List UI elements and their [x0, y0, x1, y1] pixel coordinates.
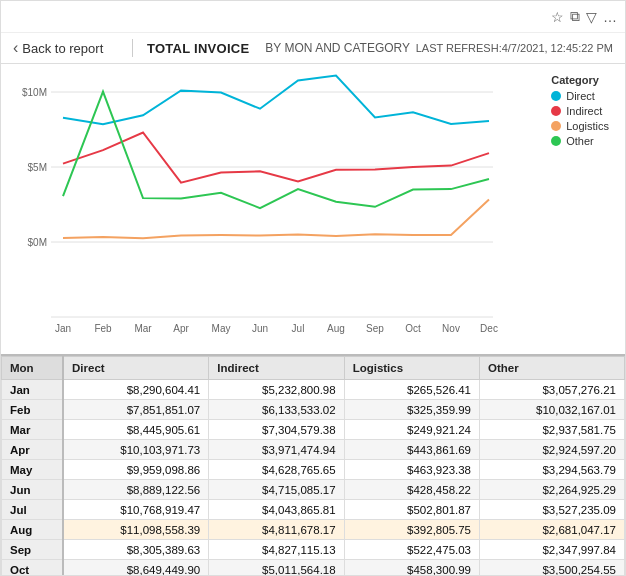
cell-3-0: Apr [2, 440, 64, 460]
page-subtitle: BY MON AND CATEGORY [263, 41, 410, 55]
cell-0-4: $3,057,276.21 [480, 380, 625, 400]
cell-7-0: Aug [2, 520, 64, 540]
cell-0-1: $8,290,604.41 [63, 380, 209, 400]
chart-legend: Category Direct Indirect Logistics Other [551, 74, 609, 150]
header: ‹ Back to report TOTAL INVOICE BY MON AN… [1, 33, 625, 64]
cell-2-3: $249,921.24 [344, 420, 479, 440]
cell-3-2: $3,971,474.94 [209, 440, 344, 460]
cell-5-0: Jun [2, 480, 64, 500]
bookmark-icon[interactable]: ☆ [551, 9, 564, 25]
cell-9-2: $5,011,564.18 [209, 560, 344, 576]
table-row: Mar$8,445,905.61$7,304,579.38$249,921.24… [2, 420, 625, 440]
data-table: Mon Direct Indirect Logistics Other Jan$… [1, 356, 625, 575]
cell-1-2: $6,133,533.02 [209, 400, 344, 420]
col-header-other: Other [480, 357, 625, 380]
col-header-logistics: Logistics [344, 357, 479, 380]
cell-9-0: Oct [2, 560, 64, 576]
table-row: Oct$8,649,449.90$5,011,564.18$458,300.99… [2, 560, 625, 576]
direct-color-dot [551, 91, 561, 101]
svg-text:Jan: Jan [55, 323, 71, 334]
back-button[interactable]: ‹ Back to report [13, 39, 133, 57]
svg-text:May: May [212, 323, 231, 334]
cell-4-2: $4,628,765.65 [209, 460, 344, 480]
filter-icon[interactable]: ▽ [586, 9, 597, 25]
table-row: Apr$10,103,971.73$3,971,474.94$443,861.6… [2, 440, 625, 460]
cell-3-3: $443,861.69 [344, 440, 479, 460]
svg-text:Feb: Feb [94, 323, 112, 334]
cell-7-3: $392,805.75 [344, 520, 479, 540]
cell-9-3: $458,300.99 [344, 560, 479, 576]
cell-8-0: Sep [2, 540, 64, 560]
cell-1-4: $10,032,167.01 [480, 400, 625, 420]
svg-text:$10M: $10M [22, 87, 47, 98]
cell-5-2: $4,715,085.17 [209, 480, 344, 500]
svg-text:$0M: $0M [28, 237, 47, 248]
cell-4-4: $3,294,563.79 [480, 460, 625, 480]
toolbar-icons: ☆ ⧉ ▽ … [551, 8, 617, 25]
chart-area: Category Direct Indirect Logistics Other [1, 64, 625, 354]
legend-item-direct: Direct [551, 90, 609, 102]
legend-label-other: Other [566, 135, 594, 147]
toolbar: ☆ ⧉ ▽ … [1, 1, 625, 33]
page-title: TOTAL INVOICE [133, 41, 263, 56]
cell-0-3: $265,526.41 [344, 380, 479, 400]
logistics-line [63, 199, 489, 238]
table-body: Jan$8,290,604.41$5,232,800.98$265,526.41… [2, 380, 625, 576]
cell-9-4: $3,500,254.55 [480, 560, 625, 576]
data-table-container: Mon Direct Indirect Logistics Other Jan$… [1, 354, 625, 575]
cell-1-3: $325,359.99 [344, 400, 479, 420]
cell-1-0: Feb [2, 400, 64, 420]
cell-2-2: $7,304,579.38 [209, 420, 344, 440]
other-line [63, 92, 489, 209]
cell-6-4: $3,527,235.09 [480, 500, 625, 520]
cell-6-0: Jul [2, 500, 64, 520]
back-arrow-icon: ‹ [13, 39, 18, 57]
svg-text:Dec: Dec [480, 323, 498, 334]
svg-text:Aug: Aug [327, 323, 345, 334]
cell-4-3: $463,923.38 [344, 460, 479, 480]
cell-4-0: May [2, 460, 64, 480]
logistics-color-dot [551, 121, 561, 131]
cell-3-4: $2,924,597.20 [480, 440, 625, 460]
table-row: Sep$8,305,389.63$4,827,115.13$522,475.03… [2, 540, 625, 560]
legend-item-logistics: Logistics [551, 120, 609, 132]
table-row: Aug$11,098,558.39$4,811,678.17$392,805.7… [2, 520, 625, 540]
cell-5-1: $8,889,122.56 [63, 480, 209, 500]
cell-6-2: $4,043,865.81 [209, 500, 344, 520]
svg-text:Mar: Mar [134, 323, 152, 334]
table-row: Feb$7,851,851.07$6,133,533.02$325,359.99… [2, 400, 625, 420]
cell-7-4: $2,681,047.17 [480, 520, 625, 540]
svg-text:Jun: Jun [252, 323, 268, 334]
table-row: Jan$8,290,604.41$5,232,800.98$265,526.41… [2, 380, 625, 400]
svg-text:Oct: Oct [405, 323, 421, 334]
legend-title: Category [551, 74, 609, 86]
indirect-color-dot [551, 106, 561, 116]
cell-8-1: $8,305,389.63 [63, 540, 209, 560]
cell-1-1: $7,851,851.07 [63, 400, 209, 420]
more-icon[interactable]: … [603, 9, 617, 25]
direct-line [63, 76, 489, 125]
col-header-indirect: Indirect [209, 357, 344, 380]
cell-0-2: $5,232,800.98 [209, 380, 344, 400]
legend-label-logistics: Logistics [566, 120, 609, 132]
svg-text:Jul: Jul [292, 323, 305, 334]
cell-8-3: $522,475.03 [344, 540, 479, 560]
legend-item-indirect: Indirect [551, 105, 609, 117]
col-header-direct: Direct [63, 357, 209, 380]
cell-2-4: $2,937,581.75 [480, 420, 625, 440]
svg-text:Nov: Nov [442, 323, 460, 334]
cell-2-1: $8,445,905.61 [63, 420, 209, 440]
cell-0-0: Jan [2, 380, 64, 400]
legend-label-indirect: Indirect [566, 105, 602, 117]
cell-4-1: $9,959,098.86 [63, 460, 209, 480]
cell-5-3: $428,458.22 [344, 480, 479, 500]
svg-text:Sep: Sep [366, 323, 384, 334]
refresh-timestamp: LAST REFRESH:4/7/2021, 12:45:22 PM [416, 42, 613, 54]
cell-7-2: $4,811,678.17 [209, 520, 344, 540]
table-row: Jul$10,768,919.47$4,043,865.81$502,801.8… [2, 500, 625, 520]
legend-label-direct: Direct [566, 90, 595, 102]
copy-icon[interactable]: ⧉ [570, 8, 580, 25]
svg-text:$5M: $5M [28, 162, 47, 173]
other-color-dot [551, 136, 561, 146]
col-header-mon: Mon [2, 357, 64, 380]
